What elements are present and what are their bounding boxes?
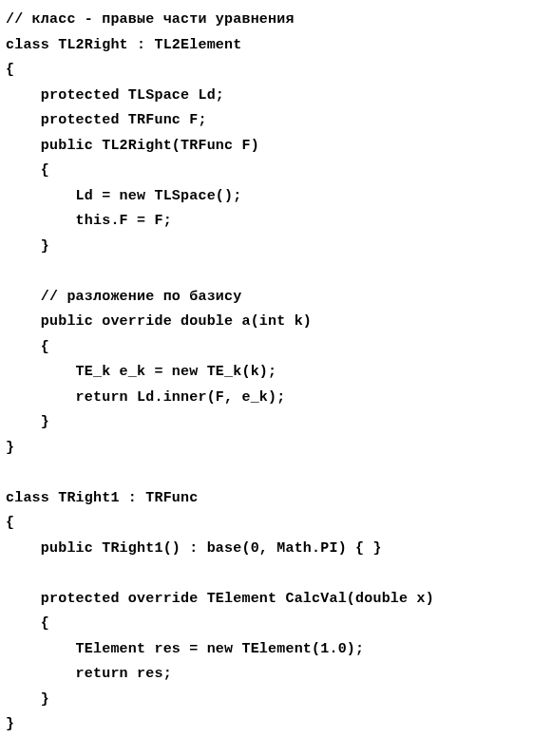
code-line: { — [6, 339, 49, 355]
code-line: public TRight1() : base(0, Math.PI) { } — [6, 540, 382, 557]
code-line: public override double a(int k) — [6, 313, 312, 330]
code-line: // разложение по базису — [6, 289, 241, 305]
code-line: } — [6, 440, 14, 456]
code-line: class TL2Right : TL2Element — [6, 37, 241, 53]
code-line: protected TLSpace Ld; — [6, 87, 224, 104]
code-line: { — [6, 615, 49, 632]
code-line: // класс - правые части уравнения — [6, 11, 295, 28]
code-line: return res; — [6, 666, 172, 682]
code-line: } — [6, 238, 49, 255]
code-line: } — [6, 716, 14, 732]
code-line: this.F = F; — [6, 213, 172, 229]
code-line: { — [6, 62, 14, 78]
code-line: public TL2Right(TRFunc F) — [6, 138, 259, 154]
code-line: { — [6, 515, 14, 531]
code-line: protected TRFunc F; — [6, 112, 207, 128]
code-line: protected override TElement CalcVal(doub… — [6, 591, 434, 607]
code-line: class TRight1 : TRFunc — [6, 490, 198, 506]
code-line: { — [6, 162, 49, 179]
code-line: } — [6, 691, 49, 708]
code-line: } — [6, 414, 49, 430]
code-line: Ld = new TLSpace(); — [6, 188, 241, 204]
code-line: TE_k e_k = new TE_k(k); — [6, 364, 276, 380]
code-line: TElement res = new TElement(1.0); — [6, 641, 364, 657]
code-listing: // класс - правые части уравнения class … — [0, 0, 533, 738]
code-line: return Ld.inner(F, e_k); — [6, 389, 285, 406]
